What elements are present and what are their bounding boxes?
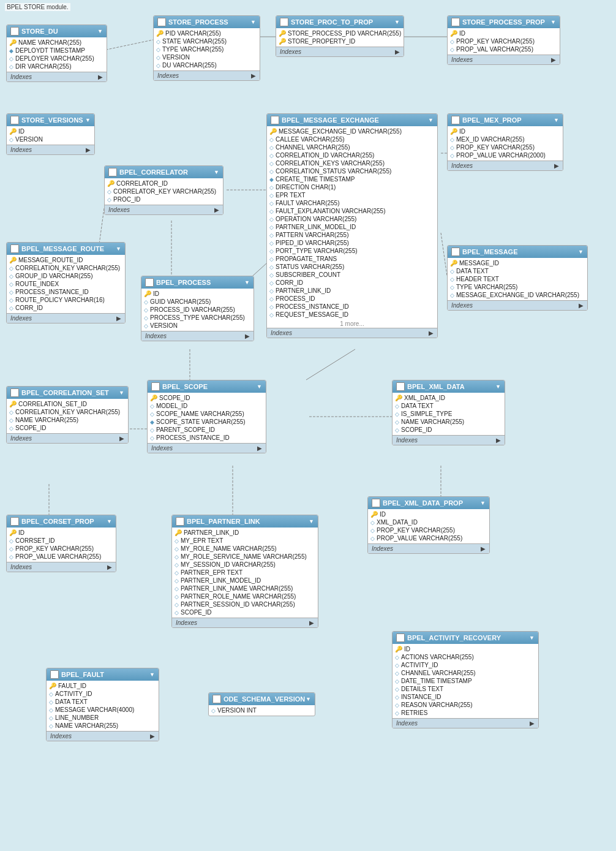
table-bmr-footer[interactable]: Indexes ▶ (7, 313, 125, 323)
table-osv-header[interactable]: ODE_SCHEMA_VERSION ▼ (209, 693, 315, 705)
table-bcs-footer[interactable]: Indexes ▶ (7, 433, 128, 443)
diamond-icon: ◇ (450, 145, 454, 151)
table-sv-body: 🔑 ID ◇ VERSION (7, 126, 94, 145)
diamond-icon: ◇ (9, 305, 13, 311)
table-sv-header[interactable]: STORE_VERSIONS ▼ (7, 114, 94, 126)
table-bmr-dropdown[interactable]: ▼ (116, 246, 121, 252)
table-sptp-footer[interactable]: Indexes ▶ (276, 47, 404, 56)
table-spp-dropdown[interactable]: ▼ (550, 19, 556, 25)
footer-arrow[interactable]: ▶ (551, 56, 556, 63)
table-row: ◇DATA TEXT (448, 267, 587, 275)
table-row: ◇CHANNEL VARCHAR(255) (267, 143, 437, 151)
table-bxd-header[interactable]: BPEL_XML_DATA ▼ (393, 380, 505, 393)
table-bme-header[interactable]: BPEL_MESSAGE_EXCHANGE ▼ (267, 114, 437, 126)
table-bmp-footer[interactable]: Indexes ▶ (448, 161, 563, 170)
footer-arrow[interactable]: ▶ (309, 619, 314, 626)
table-bcp-dropdown[interactable]: ▼ (107, 518, 112, 524)
table-bf-footer[interactable]: Indexes ▶ (47, 731, 159, 741)
table-bpl-header[interactable]: BPEL_PARTNER_LINK ▼ (172, 515, 318, 528)
table-bcp-footer[interactable]: Indexes ▶ (7, 562, 116, 572)
table-spp-header[interactable]: STORE_PROCESS_PROP ▼ (448, 16, 560, 28)
footer-arrow[interactable]: ▶ (530, 720, 535, 727)
table-bs-dropdown[interactable]: ▼ (257, 384, 262, 390)
table-bxdp-dropdown[interactable]: ▼ (480, 500, 486, 506)
table-bpl-footer[interactable]: Indexes ▶ (172, 618, 318, 627)
footer-arrow[interactable]: ▶ (119, 435, 124, 442)
table-bar-dropdown[interactable]: ▼ (529, 635, 535, 641)
table-bp-footer[interactable]: Indexes ▶ (141, 331, 254, 341)
footer-arrow[interactable]: ▶ (150, 733, 155, 739)
table-bf-header[interactable]: BPEL_FAULT ▼ (47, 668, 159, 681)
table-row: ◇PROP_VALUE VARCHAR(255) (368, 534, 489, 542)
field-name: PROP_KEY VARCHAR(255) (456, 144, 535, 151)
table-sv-dropdown[interactable]: ▼ (85, 117, 91, 123)
table-bm-header[interactable]: BPEL_MESSAGE ▼ (448, 246, 587, 258)
table-sp-dropdown[interactable]: ▼ (250, 19, 256, 25)
table-bc-dropdown[interactable]: ▼ (214, 169, 219, 175)
field-name: SUBSCRIBER_COUNT (276, 271, 340, 278)
footer-arrow[interactable]: ▶ (245, 333, 250, 339)
table-spp-footer[interactable]: Indexes ▶ (448, 55, 560, 64)
table-sv-footer[interactable]: Indexes ▶ (7, 145, 94, 154)
table-bcs-dropdown[interactable]: ▼ (119, 390, 124, 396)
footer-arrow[interactable]: ▶ (554, 162, 559, 169)
table-bar-footer[interactable]: Indexes ▶ (393, 718, 538, 728)
table-bxd-dropdown[interactable]: ▼ (495, 384, 501, 390)
table-bpl-dropdown[interactable]: ▼ (309, 518, 314, 524)
table-bme-footer[interactable]: Indexes ▶ (267, 328, 437, 338)
table-bme-dropdown[interactable]: ▼ (428, 117, 434, 123)
table-bcp-header[interactable]: BPEL_CORSET_PROP ▼ (7, 515, 116, 528)
table-bmr-header[interactable]: BPEL_MESSAGE_ROUTE ▼ (7, 243, 125, 255)
table-store-du-header[interactable]: STORE_DU ▼ (7, 25, 107, 37)
table-bm-dropdown[interactable]: ▼ (578, 249, 584, 255)
table-sp-footer[interactable]: Indexes ▶ (154, 70, 260, 80)
field-name: MY_SESSION_ID VARCHAR(255) (181, 561, 276, 568)
footer-arrow[interactable]: ▶ (214, 206, 219, 213)
table-bar-header[interactable]: BPEL_ACTIVITY_RECOVERY ▼ (393, 632, 538, 644)
key-icon: 🔑 (144, 290, 151, 297)
table-row: ◇GROUP_ID VARCHAR(255) (7, 272, 125, 280)
footer-arrow[interactable]: ▶ (116, 315, 121, 322)
footer-arrow[interactable]: ▶ (251, 72, 256, 79)
table-sp-body: 🔑 PID VARCHAR(255) ◇ STATE VARCHAR(255) … (154, 28, 260, 70)
table-du-footer[interactable]: Indexes ▶ (7, 72, 107, 81)
table-bmp-dropdown[interactable]: ▼ (554, 117, 559, 123)
footer-arrow[interactable]: ▶ (107, 564, 112, 570)
footer-arrow[interactable]: ▶ (481, 545, 486, 552)
svg-line-15 (306, 349, 355, 380)
table-du-body: 🔑 NAME VARCHAR(255) ◆ DEPLOYDT TIMESTAMP… (7, 37, 107, 72)
table-bmp-header[interactable]: BPEL_MEX_PROP ▼ (448, 114, 563, 126)
table-bm-footer[interactable]: Indexes ▶ (448, 300, 587, 310)
field-name: PROP_KEY VARCHAR(255) (15, 545, 94, 552)
table-sptp-dropdown[interactable]: ▼ (394, 19, 400, 25)
table-sv-icon (10, 116, 19, 124)
table-row: 🔑 CORRELATION_SET_ID (7, 400, 128, 408)
table-du-dropdown[interactable]: ▼ (97, 28, 103, 34)
table-bs-header[interactable]: BPEL_SCOPE ▼ (148, 380, 266, 393)
table-bcs-header[interactable]: BPEL_CORRELATION_SET ▼ (7, 387, 128, 399)
footer-arrow[interactable]: ▶ (257, 445, 262, 452)
table-bf-dropdown[interactable]: ▼ (149, 671, 155, 678)
footer-arrow[interactable]: ▶ (98, 74, 103, 80)
table-store-process-header[interactable]: STORE_PROCESS ▼ (154, 16, 260, 28)
table-bxdp-header[interactable]: BPEL_XML_DATA_PROP ▼ (368, 497, 489, 509)
table-bp-header[interactable]: BPEL_PROCESS ▼ (141, 276, 254, 289)
table-bc-header[interactable]: BPEL_CORRELATOR ▼ (105, 166, 223, 178)
table-bxdp-footer[interactable]: Indexes ▶ (368, 543, 489, 553)
table-row: ◇ STATE VARCHAR(255) (154, 37, 260, 45)
table-bxd-footer[interactable]: Indexes ▶ (393, 435, 505, 445)
table-osv-dropdown[interactable]: ▼ (306, 696, 311, 702)
table-bp-dropdown[interactable]: ▼ (244, 279, 250, 286)
table-row: ◇PARTNER_LINK_NAME VARCHAR(255) (172, 584, 318, 592)
footer-arrow[interactable]: ▶ (429, 330, 434, 336)
footer-arrow[interactable]: ▶ (579, 302, 584, 309)
footer-arrow[interactable]: ▶ (395, 48, 400, 55)
table-bpel-scope: BPEL_SCOPE ▼ 🔑 SCOPE_ID ◇MODEL_ID ◇SCOPE… (147, 380, 266, 453)
table-row: ◇ PROP_VAL VARCHAR(255) (448, 45, 560, 53)
table-sptp-header[interactable]: STORE_PROC_TO_PROP ▼ (276, 16, 404, 28)
table-bs-footer[interactable]: Indexes ▶ (148, 443, 266, 453)
footer-label: Indexes (50, 733, 72, 739)
footer-arrow[interactable]: ▶ (86, 146, 91, 153)
table-bc-footer[interactable]: Indexes ▶ (105, 205, 223, 214)
footer-arrow[interactable]: ▶ (496, 437, 501, 444)
